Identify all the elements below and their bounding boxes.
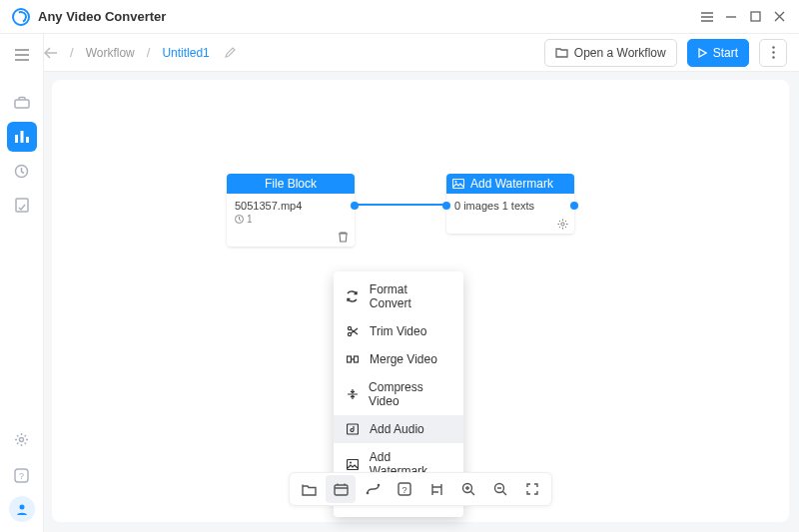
svg-point-11 xyxy=(772,46,774,48)
tool-help-icon[interactable]: ? xyxy=(390,475,419,503)
svg-rect-4 xyxy=(26,137,29,143)
svg-point-17 xyxy=(561,223,564,226)
menu-merge-video[interactable]: Merge Video xyxy=(334,345,463,373)
close-icon[interactable] xyxy=(767,5,791,29)
avatar[interactable] xyxy=(9,496,35,522)
tool-link-icon[interactable] xyxy=(358,475,388,503)
menu-item-label: Merge Video xyxy=(370,352,437,366)
port-out[interactable] xyxy=(570,202,578,210)
nav-workflow-icon[interactable] xyxy=(7,122,37,152)
svg-rect-3 xyxy=(20,131,23,143)
audio-icon xyxy=(346,423,360,435)
crumb-sep: / xyxy=(147,45,151,60)
compress-icon xyxy=(346,388,359,400)
svg-point-26 xyxy=(366,491,369,494)
node-file-count: 1 xyxy=(247,214,253,225)
titlebar: Any Video Converter xyxy=(0,0,799,34)
node-watermark-summary: 0 images 1 texts xyxy=(454,200,566,212)
nav-history-icon[interactable] xyxy=(7,156,37,186)
svg-rect-22 xyxy=(348,424,359,434)
port-in[interactable] xyxy=(442,202,450,210)
app-logo-icon xyxy=(12,8,30,26)
workflow-canvas[interactable]: File Block 5051357.mp4 1 Add Watermark 0… xyxy=(52,80,789,522)
crumb-sep: / xyxy=(70,45,74,60)
more-button[interactable] xyxy=(759,39,787,67)
svg-text:?: ? xyxy=(19,471,24,481)
menu-compress-video[interactable]: Compress Video xyxy=(334,373,463,415)
tool-zoom-in-icon[interactable] xyxy=(453,475,483,503)
svg-rect-1 xyxy=(15,100,29,108)
minimize-icon[interactable] xyxy=(719,5,743,29)
svg-text:?: ? xyxy=(401,485,406,495)
merge-icon xyxy=(346,353,360,365)
gear-icon[interactable] xyxy=(557,219,568,230)
svg-point-18 xyxy=(348,326,351,329)
sidebar: ? xyxy=(0,34,44,532)
menu-add-audio[interactable]: Add Audio xyxy=(334,415,463,443)
node-file-title: File Block xyxy=(265,177,317,191)
menu-format-convert[interactable]: Format Convert xyxy=(334,275,463,317)
topbar: / Workflow / Untitled1 Open a Workflow S… xyxy=(0,34,799,72)
breadcrumb-current[interactable]: Untitled1 xyxy=(162,46,209,60)
svg-point-24 xyxy=(350,461,352,463)
node-watermark-body: 0 images 1 texts xyxy=(446,194,574,234)
hamburger-icon[interactable] xyxy=(14,38,30,72)
svg-point-19 xyxy=(348,332,351,335)
svg-point-10 xyxy=(19,505,24,510)
node-file-body: 5051357.mp4 1 xyxy=(227,194,355,247)
menu-icon[interactable] xyxy=(695,5,719,29)
app-name: Any Video Converter xyxy=(38,9,166,24)
trash-icon[interactable] xyxy=(338,231,349,243)
file-count-icon xyxy=(235,215,244,224)
node-watermark[interactable]: Add Watermark 0 images 1 texts xyxy=(446,174,574,234)
node-file-block[interactable]: File Block 5051357.mp4 1 xyxy=(227,174,355,247)
nav-notes-icon[interactable] xyxy=(7,190,37,220)
edge xyxy=(352,204,455,206)
svg-point-12 xyxy=(772,51,774,53)
port-out[interactable] xyxy=(351,202,359,210)
convert-icon xyxy=(346,290,360,302)
svg-rect-6 xyxy=(16,199,28,212)
breadcrumb-root[interactable]: Workflow xyxy=(86,46,135,60)
folder-open-icon xyxy=(555,47,568,58)
scissors-icon xyxy=(346,325,360,337)
tool-zoom-out-icon[interactable] xyxy=(485,475,515,503)
menu-trim-video[interactable]: Trim Video xyxy=(334,317,463,345)
svg-rect-20 xyxy=(348,356,352,362)
svg-rect-21 xyxy=(355,356,359,362)
open-workflow-button[interactable]: Open a Workflow xyxy=(544,39,677,67)
edit-icon[interactable] xyxy=(224,47,236,59)
svg-rect-2 xyxy=(15,135,18,143)
svg-rect-0 xyxy=(751,12,760,21)
node-file-filename: 5051357.mp4 xyxy=(235,200,347,212)
canvas-toolbar: ? xyxy=(289,472,552,506)
watermark-icon xyxy=(346,459,360,470)
svg-point-13 xyxy=(772,56,774,58)
tool-fit-icon[interactable] xyxy=(517,475,547,503)
svg-rect-15 xyxy=(453,180,464,189)
nav-toolbox-icon[interactable] xyxy=(7,88,37,118)
tool-folder-icon[interactable] xyxy=(294,475,324,503)
svg-point-16 xyxy=(455,181,457,183)
menu-item-label: Format Convert xyxy=(370,282,451,310)
open-workflow-label: Open a Workflow xyxy=(574,46,666,60)
play-icon xyxy=(698,48,707,58)
start-button[interactable]: Start xyxy=(687,39,749,67)
back-icon[interactable] xyxy=(44,47,58,59)
help-icon[interactable]: ? xyxy=(7,460,37,490)
menu-item-label: Compress Video xyxy=(369,380,451,408)
node-watermark-header: Add Watermark xyxy=(446,174,574,194)
svg-point-7 xyxy=(20,437,24,441)
tool-node-icon[interactable] xyxy=(326,475,356,503)
menu-item-label: Trim Video xyxy=(370,324,426,338)
watermark-head-icon xyxy=(452,179,464,189)
svg-rect-25 xyxy=(335,485,348,495)
start-label: Start xyxy=(713,46,738,60)
settings-icon[interactable] xyxy=(7,424,37,454)
menu-item-label: Add Audio xyxy=(370,422,424,436)
tool-align-icon[interactable] xyxy=(421,475,451,503)
svg-point-27 xyxy=(377,483,380,486)
maximize-icon[interactable] xyxy=(743,5,767,29)
node-watermark-title: Add Watermark xyxy=(470,177,553,191)
node-file-header: File Block xyxy=(227,174,355,194)
